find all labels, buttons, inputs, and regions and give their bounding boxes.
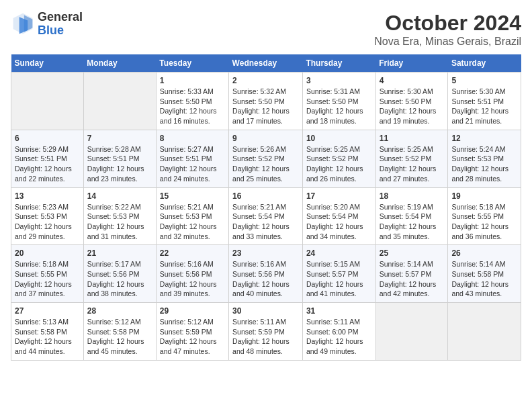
day-number: 18 xyxy=(380,191,445,201)
day-cell: 7Sunrise: 5:28 AMSunset: 5:51 PMDaylight… xyxy=(83,130,156,187)
day-cell: 26Sunrise: 5:14 AMSunset: 5:58 PMDayligh… xyxy=(448,245,521,303)
day-info: Sunrise: 5:30 AMSunset: 5:51 PMDaylight:… xyxy=(451,87,517,126)
day-cell: 27Sunrise: 5:13 AMSunset: 5:58 PMDayligh… xyxy=(11,303,84,361)
day-number: 17 xyxy=(306,191,372,201)
col-header-monday: Monday xyxy=(83,54,156,73)
col-header-wednesday: Wednesday xyxy=(229,54,303,73)
day-cell: 29Sunrise: 5:12 AMSunset: 5:59 PMDayligh… xyxy=(156,303,228,361)
day-cell xyxy=(11,73,84,130)
day-info: Sunrise: 5:11 AMSunset: 6:00 PMDaylight:… xyxy=(306,317,372,357)
day-number: 7 xyxy=(87,134,152,143)
col-header-thursday: Thursday xyxy=(302,54,375,73)
day-info: Sunrise: 5:13 AMSunset: 5:58 PMDaylight:… xyxy=(15,317,80,357)
day-info: Sunrise: 5:14 AMSunset: 5:57 PMDaylight:… xyxy=(380,259,445,299)
week-row-5: 27Sunrise: 5:13 AMSunset: 5:58 PMDayligh… xyxy=(11,303,521,361)
page-subtitle: Nova Era, Minas Gerais, Brazil xyxy=(374,36,521,48)
day-info: Sunrise: 5:19 AMSunset: 5:54 PMDaylight:… xyxy=(380,202,445,242)
col-header-sunday: Sunday xyxy=(11,54,84,73)
day-cell: 18Sunrise: 5:19 AMSunset: 5:54 PMDayligh… xyxy=(375,187,448,245)
logo-text: General Blue xyxy=(38,11,83,38)
day-number: 25 xyxy=(380,248,445,258)
day-number: 16 xyxy=(232,191,299,201)
day-number: 2 xyxy=(232,76,299,85)
day-info: Sunrise: 5:30 AMSunset: 5:50 PMDaylight:… xyxy=(380,87,445,126)
day-number: 13 xyxy=(15,191,80,201)
day-number: 1 xyxy=(160,76,225,85)
day-info: Sunrise: 5:25 AMSunset: 5:52 PMDaylight:… xyxy=(306,144,372,184)
day-cell: 5Sunrise: 5:30 AMSunset: 5:51 PMDaylight… xyxy=(448,73,521,130)
day-cell: 8Sunrise: 5:27 AMSunset: 5:51 PMDaylight… xyxy=(156,130,228,187)
day-cell xyxy=(448,303,521,361)
logo-blue: Blue xyxy=(38,24,64,37)
day-cell: 3Sunrise: 5:31 AMSunset: 5:50 PMDaylight… xyxy=(302,73,375,130)
day-info: Sunrise: 5:31 AMSunset: 5:50 PMDaylight:… xyxy=(306,87,372,126)
col-header-tuesday: Tuesday xyxy=(156,54,228,73)
day-info: Sunrise: 5:14 AMSunset: 5:58 PMDaylight:… xyxy=(451,259,517,299)
day-cell: 17Sunrise: 5:20 AMSunset: 5:54 PMDayligh… xyxy=(302,187,375,245)
day-info: Sunrise: 5:26 AMSunset: 5:52 PMDaylight:… xyxy=(232,144,299,184)
day-info: Sunrise: 5:22 AMSunset: 5:53 PMDaylight:… xyxy=(87,202,152,242)
day-number: 14 xyxy=(87,191,152,201)
day-info: Sunrise: 5:21 AMSunset: 5:54 PMDaylight:… xyxy=(232,202,299,242)
day-cell: 24Sunrise: 5:15 AMSunset: 5:57 PMDayligh… xyxy=(302,245,375,303)
day-cell: 25Sunrise: 5:14 AMSunset: 5:57 PMDayligh… xyxy=(375,245,448,303)
title-block: October 2024 Nova Era, Minas Gerais, Bra… xyxy=(374,11,521,48)
day-number: 12 xyxy=(451,134,517,143)
day-number: 31 xyxy=(306,306,372,316)
day-number: 28 xyxy=(87,306,152,316)
day-number: 30 xyxy=(232,306,299,316)
day-cell: 12Sunrise: 5:24 AMSunset: 5:53 PMDayligh… xyxy=(448,130,521,187)
day-cell: 14Sunrise: 5:22 AMSunset: 5:53 PMDayligh… xyxy=(83,187,156,245)
day-cell: 2Sunrise: 5:32 AMSunset: 5:50 PMDaylight… xyxy=(229,73,303,130)
page-title: October 2024 xyxy=(374,11,521,36)
day-number: 15 xyxy=(160,191,225,201)
day-cell: 30Sunrise: 5:11 AMSunset: 5:59 PMDayligh… xyxy=(229,303,303,361)
day-cell: 20Sunrise: 5:18 AMSunset: 5:55 PMDayligh… xyxy=(11,245,84,303)
day-info: Sunrise: 5:18 AMSunset: 5:55 PMDaylight:… xyxy=(451,202,517,242)
day-info: Sunrise: 5:12 AMSunset: 5:58 PMDaylight:… xyxy=(87,317,152,357)
day-info: Sunrise: 5:21 AMSunset: 5:53 PMDaylight:… xyxy=(160,202,225,242)
day-cell: 6Sunrise: 5:29 AMSunset: 5:51 PMDaylight… xyxy=(11,130,84,187)
day-number: 11 xyxy=(380,134,445,143)
day-info: Sunrise: 5:23 AMSunset: 5:53 PMDaylight:… xyxy=(15,202,80,242)
day-cell: 13Sunrise: 5:23 AMSunset: 5:53 PMDayligh… xyxy=(11,187,84,245)
week-row-4: 20Sunrise: 5:18 AMSunset: 5:55 PMDayligh… xyxy=(11,245,521,303)
day-number: 8 xyxy=(160,134,225,143)
day-info: Sunrise: 5:11 AMSunset: 5:59 PMDaylight:… xyxy=(232,317,299,357)
day-number: 24 xyxy=(306,248,372,258)
day-cell: 9Sunrise: 5:26 AMSunset: 5:52 PMDaylight… xyxy=(229,130,303,187)
day-number: 6 xyxy=(15,134,80,143)
page-header: General Blue October 2024 Nova Era, Mina… xyxy=(11,11,521,48)
day-info: Sunrise: 5:16 AMSunset: 5:56 PMDaylight:… xyxy=(160,259,225,299)
day-cell: 1Sunrise: 5:33 AMSunset: 5:50 PMDaylight… xyxy=(156,73,228,130)
day-info: Sunrise: 5:24 AMSunset: 5:53 PMDaylight:… xyxy=(451,144,517,184)
day-number: 19 xyxy=(451,191,517,201)
day-number: 23 xyxy=(232,248,299,258)
day-cell: 28Sunrise: 5:12 AMSunset: 5:58 PMDayligh… xyxy=(83,303,156,361)
day-info: Sunrise: 5:32 AMSunset: 5:50 PMDaylight:… xyxy=(232,87,299,126)
day-number: 9 xyxy=(232,134,299,143)
day-info: Sunrise: 5:17 AMSunset: 5:56 PMDaylight:… xyxy=(87,259,152,299)
week-row-2: 6Sunrise: 5:29 AMSunset: 5:51 PMDaylight… xyxy=(11,130,521,187)
day-info: Sunrise: 5:27 AMSunset: 5:51 PMDaylight:… xyxy=(160,144,225,184)
day-number: 4 xyxy=(380,76,445,85)
day-cell: 31Sunrise: 5:11 AMSunset: 6:00 PMDayligh… xyxy=(302,303,375,361)
day-cell: 16Sunrise: 5:21 AMSunset: 5:54 PMDayligh… xyxy=(229,187,303,245)
week-row-3: 13Sunrise: 5:23 AMSunset: 5:53 PMDayligh… xyxy=(11,187,521,245)
col-header-saturday: Saturday xyxy=(448,54,521,73)
day-info: Sunrise: 5:15 AMSunset: 5:57 PMDaylight:… xyxy=(306,259,372,299)
day-cell xyxy=(83,73,156,130)
day-cell: 10Sunrise: 5:25 AMSunset: 5:52 PMDayligh… xyxy=(302,130,375,187)
day-info: Sunrise: 5:12 AMSunset: 5:59 PMDaylight:… xyxy=(160,317,225,357)
day-number: 26 xyxy=(451,248,517,258)
logo-general: General xyxy=(38,10,83,24)
day-cell: 15Sunrise: 5:21 AMSunset: 5:53 PMDayligh… xyxy=(156,187,228,245)
day-info: Sunrise: 5:33 AMSunset: 5:50 PMDaylight:… xyxy=(160,87,225,126)
header-row: SundayMondayTuesdayWednesdayThursdayFrid… xyxy=(11,54,521,73)
day-info: Sunrise: 5:16 AMSunset: 5:56 PMDaylight:… xyxy=(232,259,299,299)
day-info: Sunrise: 5:20 AMSunset: 5:54 PMDaylight:… xyxy=(306,202,372,242)
day-number: 22 xyxy=(160,248,225,258)
calendar-table: SundayMondayTuesdayWednesdayThursdayFrid… xyxy=(11,54,521,361)
day-number: 20 xyxy=(15,248,80,258)
day-number: 3 xyxy=(306,76,372,85)
